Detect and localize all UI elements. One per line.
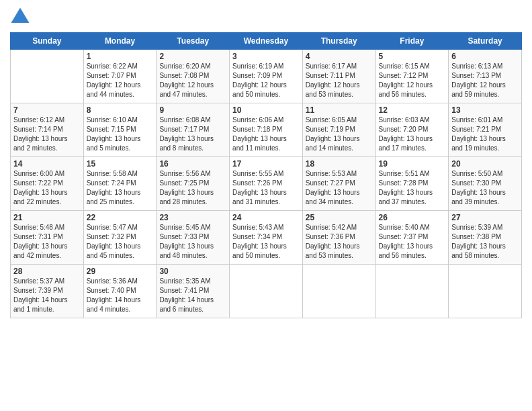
day-info: Sunrise: 6:10 AMSunset: 7:15 PMDaylight:… <box>87 116 154 153</box>
calendar-cell: 15 Sunrise: 5:58 AMSunset: 7:24 PMDaylig… <box>83 157 157 211</box>
calendar-cell: 6 Sunrise: 6:13 AMSunset: 7:13 PMDayligh… <box>449 50 522 103</box>
calendar-cell: 2 Sunrise: 6:20 AMSunset: 7:08 PMDayligh… <box>157 50 230 103</box>
day-number: 30 <box>159 267 226 276</box>
calendar-cell: 19 Sunrise: 5:51 AMSunset: 7:28 PMDaylig… <box>375 157 449 211</box>
day-number: 4 <box>306 52 373 61</box>
day-info: Sunrise: 5:58 AMSunset: 7:24 PMDaylight:… <box>87 169 154 207</box>
calendar-cell: 30 Sunrise: 5:35 AMSunset: 7:41 PMDaylig… <box>157 265 230 318</box>
calendar-cell <box>449 265 522 318</box>
day-info: Sunrise: 6:05 AMSunset: 7:19 PMDaylight:… <box>306 116 373 153</box>
calendar-cell: 13 Sunrise: 6:01 AMSunset: 7:21 PMDaylig… <box>449 103 522 157</box>
calendar-week-5: 28 Sunrise: 5:37 AMSunset: 7:39 PMDaylig… <box>11 265 522 318</box>
day-number: 20 <box>451 159 519 169</box>
calendar-cell: 28 Sunrise: 5:37 AMSunset: 7:39 PMDaylig… <box>11 265 84 318</box>
weekday-header-friday: Friday <box>375 33 449 50</box>
calendar-cell: 22 Sunrise: 5:47 AMSunset: 7:32 PMDaylig… <box>83 211 157 265</box>
page-header <box>10 7 522 27</box>
day-info: Sunrise: 5:53 AMSunset: 7:27 PMDaylight:… <box>306 169 373 207</box>
calendar-cell: 16 Sunrise: 5:56 AMSunset: 7:25 PMDaylig… <box>157 157 230 211</box>
day-number: 13 <box>451 105 519 115</box>
day-number: 23 <box>159 213 226 222</box>
weekday-header-saturday: Saturday <box>449 33 522 50</box>
day-info: Sunrise: 5:45 AMSunset: 7:33 PMDaylight:… <box>159 223 226 261</box>
day-number: 24 <box>232 213 300 222</box>
logo <box>10 7 33 27</box>
day-info: Sunrise: 5:47 AMSunset: 7:32 PMDaylight:… <box>87 223 154 261</box>
weekday-header-wednesday: Wednesday <box>230 33 303 50</box>
day-info: Sunrise: 6:15 AMSunset: 7:12 PMDaylight:… <box>379 62 446 99</box>
day-info: Sunrise: 5:50 AMSunset: 7:30 PMDaylight:… <box>451 169 519 207</box>
weekday-header-sunday: Sunday <box>11 33 84 50</box>
calendar-week-4: 21 Sunrise: 5:48 AMSunset: 7:31 PMDaylig… <box>11 211 522 265</box>
calendar-cell: 23 Sunrise: 5:45 AMSunset: 7:33 PMDaylig… <box>157 211 230 265</box>
day-number: 25 <box>306 213 373 222</box>
day-number: 3 <box>232 52 300 61</box>
day-number: 15 <box>87 159 154 169</box>
calendar-cell: 20 Sunrise: 5:50 AMSunset: 7:30 PMDaylig… <box>449 157 522 211</box>
day-number: 28 <box>13 267 81 276</box>
day-info: Sunrise: 6:22 AMSunset: 7:07 PMDaylight:… <box>87 62 154 99</box>
day-number: 27 <box>451 213 519 222</box>
day-info: Sunrise: 6:08 AMSunset: 7:17 PMDaylight:… <box>159 116 226 153</box>
calendar-cell: 11 Sunrise: 6:05 AMSunset: 7:19 PMDaylig… <box>302 103 375 157</box>
day-number: 21 <box>13 213 81 222</box>
day-number: 17 <box>232 159 300 169</box>
calendar-cell: 10 Sunrise: 6:06 AMSunset: 7:18 PMDaylig… <box>230 103 303 157</box>
weekday-header-monday: Monday <box>83 33 157 50</box>
day-info: Sunrise: 6:06 AMSunset: 7:18 PMDaylight:… <box>232 116 300 153</box>
weekday-header-thursday: Thursday <box>302 33 375 50</box>
calendar-cell: 1 Sunrise: 6:22 AMSunset: 7:07 PMDayligh… <box>83 50 157 103</box>
day-number: 8 <box>87 105 154 115</box>
calendar-table: SundayMondayTuesdayWednesdayThursdayFrid… <box>10 32 522 318</box>
day-number: 12 <box>379 105 446 115</box>
day-number: 29 <box>87 267 154 276</box>
calendar-week-3: 14 Sunrise: 6:00 AMSunset: 7:22 PMDaylig… <box>11 157 522 211</box>
calendar-cell: 8 Sunrise: 6:10 AMSunset: 7:15 PMDayligh… <box>83 103 157 157</box>
day-info: Sunrise: 6:12 AMSunset: 7:14 PMDaylight:… <box>13 116 81 153</box>
day-number: 9 <box>159 105 226 115</box>
day-info: Sunrise: 5:37 AMSunset: 7:39 PMDaylight:… <box>13 277 81 314</box>
calendar-cell: 5 Sunrise: 6:15 AMSunset: 7:12 PMDayligh… <box>375 50 449 103</box>
day-number: 14 <box>13 159 81 169</box>
calendar-week-2: 7 Sunrise: 6:12 AMSunset: 7:14 PMDayligh… <box>11 103 522 157</box>
calendar-cell: 12 Sunrise: 6:03 AMSunset: 7:20 PMDaylig… <box>375 103 449 157</box>
day-info: Sunrise: 6:01 AMSunset: 7:21 PMDaylight:… <box>451 116 519 153</box>
calendar-week-1: 1 Sunrise: 6:22 AMSunset: 7:07 PMDayligh… <box>11 50 522 103</box>
day-number: 19 <box>379 159 446 169</box>
day-number: 26 <box>379 213 446 222</box>
calendar-cell: 29 Sunrise: 5:36 AMSunset: 7:40 PMDaylig… <box>83 265 157 318</box>
day-number: 18 <box>306 159 373 169</box>
calendar-cell <box>11 50 84 103</box>
day-info: Sunrise: 5:51 AMSunset: 7:28 PMDaylight:… <box>379 169 446 207</box>
day-info: Sunrise: 5:48 AMSunset: 7:31 PMDaylight:… <box>13 223 81 261</box>
calendar-cell: 7 Sunrise: 6:12 AMSunset: 7:14 PMDayligh… <box>11 103 84 157</box>
calendar-cell: 9 Sunrise: 6:08 AMSunset: 7:17 PMDayligh… <box>157 103 230 157</box>
day-info: Sunrise: 5:40 AMSunset: 7:37 PMDaylight:… <box>379 223 446 261</box>
day-number: 2 <box>159 52 226 61</box>
day-info: Sunrise: 6:20 AMSunset: 7:08 PMDaylight:… <box>159 62 226 99</box>
day-number: 6 <box>451 52 519 61</box>
calendar-cell: 25 Sunrise: 5:42 AMSunset: 7:36 PMDaylig… <box>302 211 375 265</box>
day-info: Sunrise: 5:35 AMSunset: 7:41 PMDaylight:… <box>159 277 226 314</box>
day-info: Sunrise: 6:17 AMSunset: 7:11 PMDaylight:… <box>306 62 373 99</box>
day-number: 11 <box>306 105 373 115</box>
day-info: Sunrise: 5:55 AMSunset: 7:26 PMDaylight:… <box>232 169 300 207</box>
weekday-header-tuesday: Tuesday <box>157 33 230 50</box>
day-info: Sunrise: 6:03 AMSunset: 7:20 PMDaylight:… <box>379 116 446 153</box>
calendar-cell: 14 Sunrise: 6:00 AMSunset: 7:22 PMDaylig… <box>11 157 84 211</box>
calendar-cell: 18 Sunrise: 5:53 AMSunset: 7:27 PMDaylig… <box>302 157 375 211</box>
day-number: 16 <box>159 159 226 169</box>
calendar-cell <box>302 265 375 318</box>
day-info: Sunrise: 6:00 AMSunset: 7:22 PMDaylight:… <box>13 169 81 207</box>
calendar-cell: 17 Sunrise: 5:55 AMSunset: 7:26 PMDaylig… <box>230 157 303 211</box>
day-info: Sunrise: 5:36 AMSunset: 7:40 PMDaylight:… <box>87 277 154 314</box>
day-number: 7 <box>13 105 81 115</box>
day-info: Sunrise: 5:43 AMSunset: 7:34 PMDaylight:… <box>232 223 300 261</box>
day-number: 1 <box>87 52 154 61</box>
day-info: Sunrise: 6:13 AMSunset: 7:13 PMDaylight:… <box>451 62 519 99</box>
calendar-cell <box>230 265 303 318</box>
logo-icon <box>10 7 30 27</box>
calendar-cell: 26 Sunrise: 5:40 AMSunset: 7:37 PMDaylig… <box>375 211 449 265</box>
calendar-cell: 21 Sunrise: 5:48 AMSunset: 7:31 PMDaylig… <box>11 211 84 265</box>
day-number: 22 <box>87 213 154 222</box>
